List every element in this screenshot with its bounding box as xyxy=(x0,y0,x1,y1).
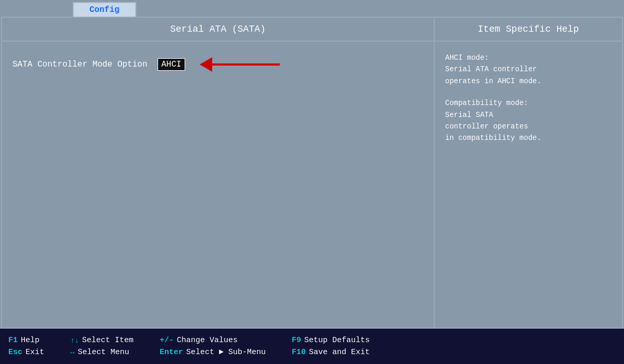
f10-key[interactable]: F10 xyxy=(292,348,306,357)
main-content: Serial ATA (SATA) Item Specific Help SAT… xyxy=(1,17,623,329)
bottom-col-keys4: F9 Setup Defaults F10 Save and Exit xyxy=(292,336,396,357)
leftright-select-menu-item: ↔ Select Menu xyxy=(70,348,134,357)
enter-submenu-item: Enter Select ► Sub-Menu xyxy=(160,348,266,357)
help-para-1: AHCI mode: Serial ATA controller operate… xyxy=(445,52,612,87)
arrow-line xyxy=(212,63,280,66)
help-para1-line2: operates in AHCI mode. xyxy=(445,75,612,87)
right-panel: AHCI mode: Serial ATA controller operate… xyxy=(435,42,622,328)
setup-defaults-desc: Setup Defaults xyxy=(304,336,370,345)
bottom-col-keys2: ↑↓ Select Item ↔ Select Menu xyxy=(70,336,149,357)
updown-select-item: ↑↓ Select Item xyxy=(70,336,134,345)
save-exit-desc: Save and Exit xyxy=(309,348,370,357)
content-row: SATA Controller Mode Option AHCI AHCI mo… xyxy=(2,42,622,328)
header-row: Serial ATA (SATA) Item Specific Help xyxy=(2,18,622,42)
enter-key[interactable]: Enter xyxy=(160,348,183,357)
help-para1-title: AHCI mode: xyxy=(445,52,612,63)
help-para2-line3: in compatibility mode. xyxy=(445,132,612,144)
option-label: SATA Controller Mode Option xyxy=(12,60,147,69)
sata-option-row: SATA Controller Mode Option AHCI xyxy=(12,57,423,72)
plusminus-key[interactable]: +/- xyxy=(160,336,174,345)
esc-exit-item: Esc Exit xyxy=(8,348,44,357)
tab-bar: Config xyxy=(0,0,624,17)
change-values-desc: Change Values xyxy=(177,336,238,345)
help-para2-title: Compatibility mode: xyxy=(445,97,612,109)
bottom-bar: F1 Help Esc Exit ↑↓ Select Item ↔ Select… xyxy=(0,329,624,364)
arrow-head xyxy=(200,57,212,72)
config-tab[interactable]: Config xyxy=(73,2,136,17)
exit-desc: Exit xyxy=(25,348,44,357)
help-desc: Help xyxy=(21,336,40,345)
help-para-2: Compatibility mode: Serial SATA controll… xyxy=(445,97,612,144)
option-value[interactable]: AHCI xyxy=(158,58,185,71)
section-title: Serial ATA (SATA) xyxy=(2,18,435,41)
left-panel: SATA Controller Mode Option AHCI xyxy=(2,42,435,328)
f9-defaults-item: F9 Setup Defaults xyxy=(292,336,380,345)
bottom-section: F1 Help Esc Exit ↑↓ Select Item ↔ Select… xyxy=(8,336,616,357)
select-menu-desc: Select Menu xyxy=(77,348,129,357)
plusminus-item: +/- Change Values xyxy=(160,336,266,345)
leftright-icon: ↔ xyxy=(70,348,74,357)
updown-icon: ↑↓ xyxy=(70,336,79,345)
esc-key[interactable]: Esc xyxy=(8,348,22,357)
arrow-indicator xyxy=(201,57,280,72)
help-para2-line2: controller operates xyxy=(445,121,612,132)
bottom-col-keys3: +/- Change Values Enter Select ► Sub-Men… xyxy=(160,336,281,357)
help-para1-line1: Serial ATA controller xyxy=(445,63,612,75)
f10-save-exit-item: F10 Save and Exit xyxy=(292,348,380,357)
help-title: Item Specific Help xyxy=(435,18,622,41)
select-item-desc: Select Item xyxy=(82,336,134,345)
bios-screen: Config Serial ATA (SATA) Item Specific H… xyxy=(0,0,624,364)
f1-key[interactable]: F1 xyxy=(8,336,18,345)
bottom-col-keys1: F1 Help Esc Exit xyxy=(8,336,60,357)
f1-help-item: F1 Help xyxy=(8,336,44,345)
f9-key[interactable]: F9 xyxy=(292,336,301,345)
help-para2-line1: Serial SATA xyxy=(445,109,612,121)
select-submenu-desc: Select ► Sub-Menu xyxy=(186,348,266,357)
